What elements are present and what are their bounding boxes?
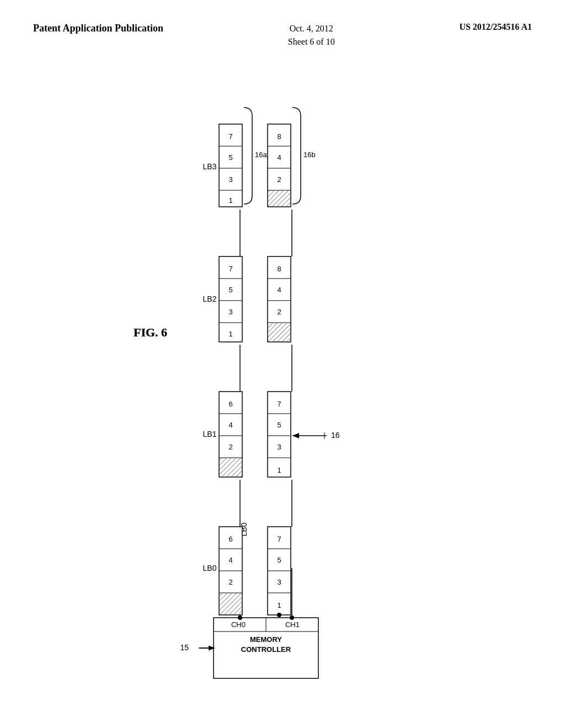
svg-text:1: 1 — [228, 196, 232, 205]
svg-text:3: 3 — [228, 175, 232, 184]
svg-text:4: 4 — [277, 286, 281, 294]
publication-title: Patent Application Publication — [33, 22, 163, 35]
svg-text:8: 8 — [277, 265, 281, 273]
svg-text:2: 2 — [228, 578, 232, 586]
svg-text:2: 2 — [228, 443, 232, 451]
svg-text:3: 3 — [228, 308, 232, 316]
diagram-container: FIG. 6 CH0 CH1 MEMORY CONTROLLER 15 — [128, 88, 437, 695]
svg-text:LB0: LB0 — [203, 564, 217, 572]
page-header: Patent Application Publication Oct. 4, 2… — [0, 22, 565, 49]
svg-text:CONTROLLER: CONTROLLER — [241, 645, 291, 654]
svg-text:5: 5 — [228, 286, 232, 294]
svg-text:5: 5 — [277, 556, 281, 564]
svg-text:MEMORY: MEMORY — [250, 635, 282, 644]
svg-text:7: 7 — [277, 535, 281, 543]
patent-number: US 2012/254516 A1 — [459, 22, 532, 32]
svg-text:4: 4 — [228, 421, 232, 429]
diagram-area: FIG. 6 CH0 CH1 MEMORY CONTROLLER 15 — [0, 77, 565, 706]
svg-point-31 — [277, 613, 281, 617]
svg-text:LB1: LB1 — [203, 430, 217, 438]
svg-text:LB2: LB2 — [203, 295, 217, 303]
svg-marker-53 — [292, 433, 299, 438]
sheet-info: Sheet 6 of 10 — [288, 35, 335, 49]
svg-text:7: 7 — [228, 132, 232, 141]
svg-rect-73 — [268, 323, 290, 341]
svg-text:5: 5 — [277, 421, 281, 429]
svg-text:16: 16 — [331, 431, 340, 440]
svg-text:1: 1 — [277, 466, 281, 474]
svg-text:4: 4 — [228, 556, 232, 564]
fig-6-label: FIG. 6 — [134, 325, 167, 340]
svg-text:CH0: CH0 — [231, 620, 246, 629]
svg-text:15: 15 — [180, 643, 189, 652]
svg-text:16b: 16b — [303, 151, 316, 159]
publication-date: Oct. 4, 2012 — [288, 22, 335, 35]
svg-text:6: 6 — [228, 400, 232, 408]
svg-text:6: 6 — [228, 535, 232, 543]
svg-text:7: 7 — [277, 400, 281, 408]
svg-text:LB3: LB3 — [203, 162, 217, 171]
svg-text:3: 3 — [277, 443, 281, 451]
svg-text:16a: 16a — [255, 151, 267, 159]
svg-text:4: 4 — [277, 153, 281, 162]
svg-rect-92 — [268, 191, 290, 206]
svg-text:5: 5 — [228, 153, 232, 162]
svg-text:1: 1 — [228, 330, 232, 338]
svg-text:2: 2 — [277, 308, 281, 316]
svg-rect-22 — [220, 593, 242, 614]
svg-text:8: 8 — [277, 132, 281, 141]
diagram-svg: CH0 CH1 MEMORY CONTROLLER 15 LB0 — [128, 88, 437, 695]
svg-text:CH1: CH1 — [285, 620, 300, 629]
svg-text:7: 7 — [228, 265, 232, 273]
header-center: Oct. 4, 2012 Sheet 6 of 10 — [288, 22, 335, 49]
svg-text:1: 1 — [277, 601, 281, 609]
svg-text:2: 2 — [277, 175, 281, 184]
svg-text:3: 3 — [277, 578, 281, 586]
svg-rect-42 — [220, 458, 242, 477]
